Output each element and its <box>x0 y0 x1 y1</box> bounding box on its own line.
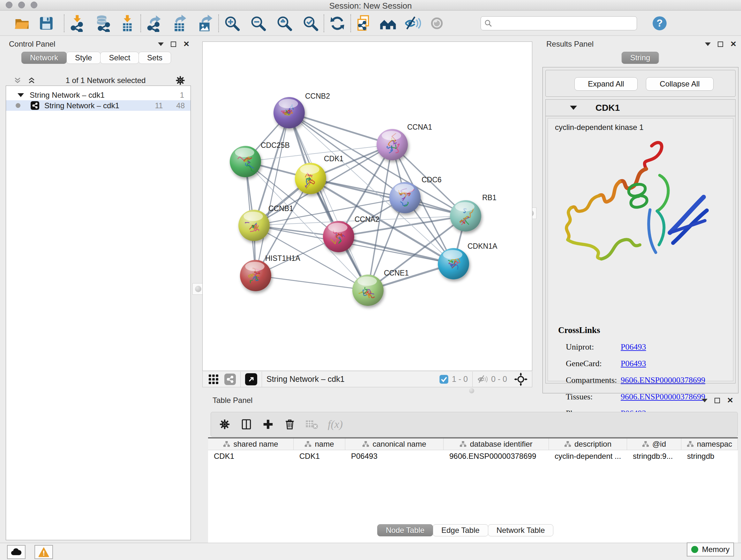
show-grid-icon[interactable] <box>208 374 219 385</box>
column-header-canonical-name[interactable]: canonical name <box>345 438 444 450</box>
table-cell[interactable]: P06493 <box>345 450 444 462</box>
collection-expander-icon[interactable] <box>17 93 24 97</box>
crosslink-label: GeneCard: <box>566 359 621 368</box>
control-panel-menu-arrow-icon[interactable] <box>158 43 164 46</box>
table-row[interactable]: CDK1CDK1P064939606.ENSP00000378699cyclin… <box>208 450 738 462</box>
node-CCNA1[interactable]: CCNA1 <box>377 123 432 160</box>
tab-style[interactable]: Style <box>66 52 100 64</box>
table-cell[interactable]: 9606.ENSP00000378699 <box>444 450 549 462</box>
column-header-@id[interactable]: @id <box>627 438 681 450</box>
tab-select[interactable]: Select <box>100 52 139 64</box>
node-HIST1H1A[interactable]: HIST1H1A <box>240 254 300 291</box>
edge-CCNB2-HIST1H1A[interactable] <box>256 113 289 275</box>
table-cell[interactable]: cyclin-dependent ... <box>549 450 627 462</box>
warning-status-button[interactable] <box>35 545 53 559</box>
selected-node-edge-counts: 1 - 0 <box>452 374 468 384</box>
table-cell[interactable]: CDK1 <box>293 450 345 462</box>
collapse-all-icon[interactable] <box>13 76 22 84</box>
results-panel-close-icon[interactable]: ✕ <box>730 40 737 48</box>
control-panel-float-icon[interactable] <box>171 42 176 47</box>
crosslink-link[interactable]: P06493 <box>621 342 646 352</box>
export-network-icon[interactable] <box>145 14 163 33</box>
column-header-description[interactable]: description <box>549 438 627 450</box>
selected-checkbox-icon[interactable] <box>439 374 449 384</box>
collapse-all-button[interactable]: Collapse All <box>646 77 714 91</box>
network-collection-row[interactable]: String Network – cdk1 1 <box>6 90 191 100</box>
string-home-icon[interactable] <box>379 14 398 33</box>
memory-button[interactable]: Memory <box>687 543 734 557</box>
import-network-from-file-icon[interactable] <box>68 14 87 33</box>
table-cell[interactable]: stringdb:9... <box>627 450 681 462</box>
table-panel-close-icon[interactable]: ✕ <box>727 396 733 404</box>
zoom-fit-content-icon[interactable] <box>275 14 293 33</box>
zoom-selected-icon[interactable] <box>301 14 320 33</box>
show-glass-panel-eye-icon[interactable] <box>428 14 446 33</box>
table-panel-float-icon[interactable] <box>715 398 720 403</box>
function-builder-icon: f(x) <box>328 418 343 430</box>
import-table-from-file-icon[interactable] <box>118 14 137 33</box>
table-cell[interactable]: CDK1 <box>208 450 293 462</box>
edge-CDK1-RB1[interactable] <box>311 179 466 216</box>
column-header-shared-name[interactable]: shared name <box>208 438 293 450</box>
tab-network[interactable]: Network <box>21 52 67 64</box>
network-graph[interactable]: CCNB2CCNA1CDC25BCDK1CDC6RB1CCNB1CCNA2CDK… <box>203 42 532 371</box>
gene-expander-icon[interactable] <box>570 106 577 110</box>
open-session-icon[interactable] <box>13 14 31 33</box>
network-row-selected[interactable]: String Network – cdk1 11 48 <box>6 100 191 111</box>
clone-network-icon[interactable] <box>355 14 374 33</box>
tab-sets[interactable]: Sets <box>138 52 171 64</box>
node-label-RB1: RB1 <box>482 193 496 202</box>
import-network-from-database-icon[interactable] <box>93 14 112 33</box>
node-CDK1[interactable]: CDK1 <box>295 154 343 194</box>
table-options-gear-icon[interactable] <box>219 418 231 430</box>
main-toolbar: ? <box>0 11 741 36</box>
crosslink-link[interactable]: 9606.ENSP00000378699 <box>621 375 705 385</box>
edge-CCNE1-HIST1H1A[interactable] <box>256 275 368 290</box>
node-CDC25B[interactable]: CDC25B <box>230 141 290 177</box>
tab-network-table[interactable]: Network Table <box>488 524 554 537</box>
column-header-database-identifier[interactable]: database identifier <box>444 438 549 450</box>
table-cell[interactable]: stringdb <box>681 450 738 462</box>
network-options-gear-icon[interactable] <box>175 75 186 86</box>
collection-network-count: 1 <box>180 91 184 100</box>
delete-column-icon[interactable] <box>284 418 296 430</box>
table-panel-menu-arrow-icon[interactable] <box>702 399 708 402</box>
toolbar-search-box[interactable] <box>481 16 637 30</box>
export-image-icon[interactable] <box>196 14 214 33</box>
table-panel: Table Panel ✕ f(x) shared namenamecanoni… <box>195 392 741 543</box>
tab-node-table[interactable]: Node Table <box>377 524 433 537</box>
show-columns-icon[interactable] <box>240 418 253 430</box>
zoom-in-icon[interactable] <box>223 14 241 33</box>
string-style-toggle-icon[interactable] <box>224 374 236 385</box>
add-column-icon[interactable] <box>262 418 274 430</box>
gene-header-row[interactable]: CDK1 <box>546 100 735 116</box>
node-CDKN1A[interactable]: CDKN1A <box>438 242 497 279</box>
results-buttons-box: Expand All Collapse All <box>545 70 736 97</box>
hide-glass-panel-eye-icon[interactable] <box>403 14 422 33</box>
export-table-icon[interactable] <box>171 14 189 33</box>
tab-edge-table[interactable]: Edge Table <box>433 524 488 537</box>
apply-layout-refresh-icon[interactable] <box>328 14 347 33</box>
help-icon[interactable]: ? <box>650 14 669 33</box>
expand-all-icon[interactable] <box>27 76 37 84</box>
network-canvas[interactable]: CCNB2CCNA1CDC25BCDK1CDC6RB1CCNB1CCNA2CDK… <box>202 42 532 371</box>
birds-eye-crosshair-icon[interactable] <box>514 373 528 386</box>
results-panel-float-icon[interactable] <box>718 42 723 47</box>
zoom-out-icon[interactable] <box>249 14 267 33</box>
collection-label: String Network – cdk1 <box>30 91 105 100</box>
node-table[interactable]: shared namenamecanonical namedatabase id… <box>208 438 738 560</box>
crosslink-link[interactable]: P06493 <box>621 359 646 368</box>
results-panel-menu-arrow-icon[interactable] <box>705 43 711 46</box>
cloud-status-button[interactable] <box>7 545 25 559</box>
edge-CCNE1-CCNB2[interactable] <box>289 113 368 290</box>
detach-view-icon[interactable] <box>245 373 257 385</box>
search-input[interactable] <box>492 19 630 28</box>
column-header-name[interactable]: name <box>293 438 345 450</box>
edge-CCNB2-CCNA1[interactable] <box>289 113 392 145</box>
column-header-namespac[interactable]: namespac <box>681 438 738 450</box>
save-session-icon[interactable] <box>37 14 56 33</box>
node-RB1[interactable]: RB1 <box>450 193 496 232</box>
control-panel-close-icon[interactable]: ✕ <box>183 40 190 48</box>
expand-all-button[interactable]: Expand All <box>575 77 637 91</box>
tab-string[interactable]: String <box>622 52 659 64</box>
